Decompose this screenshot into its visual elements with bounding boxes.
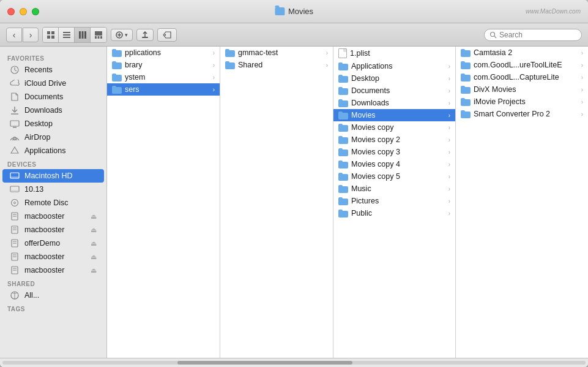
arrange-button[interactable]: ▾: [111, 29, 133, 41]
folder-icon: [461, 86, 471, 94]
col3-item-movies-copy4[interactable]: Movies copy 4 ›: [333, 158, 455, 170]
sidebar-item-macbooster2[interactable]: macbooster ⏏: [2, 223, 104, 236]
col3-item-applications[interactable]: Applications ›: [333, 60, 455, 72]
folder-icon: [338, 161, 348, 168]
remote-disc-icon: [10, 198, 20, 208]
col3-item-movies[interactable]: Movies ›: [333, 109, 455, 121]
sidebar-item-documents[interactable]: Documents: [2, 90, 104, 104]
eject4-icon[interactable]: ⏏: [91, 253, 97, 261]
title-label: Movies: [288, 7, 313, 16]
col4-item-goodl1[interactable]: com.GoodL...ureToolLiteE ›: [456, 59, 588, 71]
col3-item-documents[interactable]: Documents ›: [333, 85, 455, 97]
col2-item-shared[interactable]: Shared ›: [220, 59, 333, 71]
col3-item-public[interactable]: Public ›: [333, 207, 455, 219]
folder-icon: [225, 49, 235, 57]
col2-item-gmmac-test[interactable]: gmmac-test ›: [220, 47, 333, 59]
sidebar-item-all[interactable]: All...: [2, 289, 104, 302]
folder-icon: [338, 197, 348, 205]
macbooster4-label: macbooster: [24, 266, 64, 274]
cover-flow-button[interactable]: [91, 28, 106, 42]
col4-item-imovie[interactable]: iMovie Projects ›: [456, 96, 588, 108]
col4-item-camtasia[interactable]: Camtasia 2 ›: [456, 47, 588, 59]
col1-item-pplications[interactable]: pplications ›: [107, 47, 220, 59]
folder-icon: [112, 86, 122, 94]
forward-button[interactable]: ›: [23, 28, 39, 42]
back-button[interactable]: ‹: [6, 28, 22, 42]
folder-icon: [338, 112, 348, 119]
eject3-icon[interactable]: ⏏: [91, 240, 97, 248]
action-button[interactable]: [136, 29, 154, 41]
sidebar-item-macbooster4[interactable]: macbooster ⏏: [2, 263, 104, 277]
doc-icon: [338, 48, 347, 58]
col3-item-music[interactable]: Music ›: [333, 183, 455, 195]
col3-item-movies-copy5[interactable]: Movies copy 5 ›: [333, 170, 455, 183]
scrollbar-track[interactable]: [2, 361, 586, 365]
sidebar-item-macintosh-hd[interactable]: Macintosh HD: [2, 169, 104, 183]
svg-rect-1: [51, 31, 54, 34]
svg-rect-29: [10, 190, 19, 192]
macbooster4-icon: [10, 265, 20, 275]
col3-item-downloads[interactable]: Downloads ›: [333, 97, 455, 109]
icloud-icon: [10, 78, 20, 88]
sidebar-item-macbooster1[interactable]: macbooster ⏏: [2, 210, 104, 223]
col3-item-pictures[interactable]: Pictures ›: [333, 195, 455, 207]
sidebar-item-icloud[interactable]: iCloud Drive: [2, 77, 104, 90]
col3-item-movies-copy2[interactable]: Movies copy 2 ›: [333, 134, 455, 146]
search-box[interactable]: [484, 29, 582, 41]
col3-item-movies-copy3[interactable]: Movies copy 3 ›: [333, 146, 455, 158]
sidebar-item-1013[interactable]: 10.13: [2, 183, 104, 196]
close-button[interactable]: [7, 8, 15, 15]
folder-icon: [461, 110, 471, 118]
col3-item-movies-copy[interactable]: Movies copy ›: [333, 121, 455, 134]
col3-item-1plist[interactable]: 1.plist: [333, 47, 455, 60]
eject1-icon[interactable]: ⏏: [91, 213, 97, 221]
sidebar-item-airdrop[interactable]: AirDrop: [2, 131, 104, 144]
column-view-button[interactable]: [75, 28, 91, 42]
col1-item-sers[interactable]: sers ›: [107, 83, 220, 96]
folder-icon: [461, 98, 471, 106]
col4-item-smart-converter[interactable]: Smart Converter Pro 2 ›: [456, 108, 588, 120]
nav-group: ‹ ›: [6, 28, 39, 42]
macbooster1-label: macbooster: [24, 212, 64, 221]
disk1013-label: 10.13: [24, 185, 43, 194]
documents-label: Documents: [24, 93, 63, 101]
folder-icon: [112, 74, 122, 81]
svg-rect-0: [47, 31, 50, 34]
sidebar-item-recents[interactable]: Recents: [2, 63, 104, 77]
svg-rect-13: [100, 36, 102, 39]
sidebar-item-desktop[interactable]: Desktop: [2, 117, 104, 131]
icon-view-button[interactable]: [43, 28, 59, 42]
maximize-button[interactable]: [32, 8, 39, 15]
sidebar-item-remote-disc[interactable]: Remote Disc: [2, 196, 104, 210]
tag-button[interactable]: [157, 28, 177, 42]
col4-item-goodl2[interactable]: com.GoodL...CaptureLite ›: [456, 71, 588, 83]
view-buttons: [42, 27, 107, 43]
applications-icon: [10, 146, 20, 156]
search-input[interactable]: [499, 31, 573, 39]
macintosh-hd-icon: [10, 171, 20, 181]
sidebar-item-macbooster3[interactable]: macbooster ⏏: [2, 250, 104, 263]
minimize-button[interactable]: [20, 8, 27, 15]
col1-item-ystem[interactable]: ystem ›: [107, 71, 220, 83]
folder-icon: [338, 185, 348, 193]
sidebar-item-downloads[interactable]: Downloads: [2, 104, 104, 117]
svg-rect-5: [63, 34, 70, 36]
col3-item-desktop[interactable]: Desktop ›: [333, 72, 455, 85]
col1-item-brary[interactable]: brary ›: [107, 59, 220, 71]
sidebar: Favorites Recents iCloud Drive Documents: [0, 47, 107, 358]
col4-item-divx[interactable]: DivX Movies ›: [456, 83, 588, 96]
svg-rect-3: [51, 36, 54, 39]
eject5-icon[interactable]: ⏏: [91, 267, 97, 274]
tags-header: Tags: [0, 302, 106, 314]
eject2-icon[interactable]: ⏏: [91, 226, 97, 234]
favorites-header: Favorites: [0, 51, 106, 63]
list-view-button[interactable]: [59, 28, 75, 42]
svg-rect-10: [95, 31, 102, 36]
column-1: pplications › brary › ystem › sers ›: [107, 47, 220, 358]
downloads-icon: [10, 105, 20, 115]
scrollbar-thumb[interactable]: [177, 361, 352, 365]
sidebar-item-offerdemo[interactable]: offerDemo ⏏: [2, 236, 104, 250]
sidebar-item-applications[interactable]: Applications: [2, 144, 104, 157]
offerdemo-label: offerDemo: [24, 239, 60, 248]
folder-icon: [338, 75, 348, 83]
